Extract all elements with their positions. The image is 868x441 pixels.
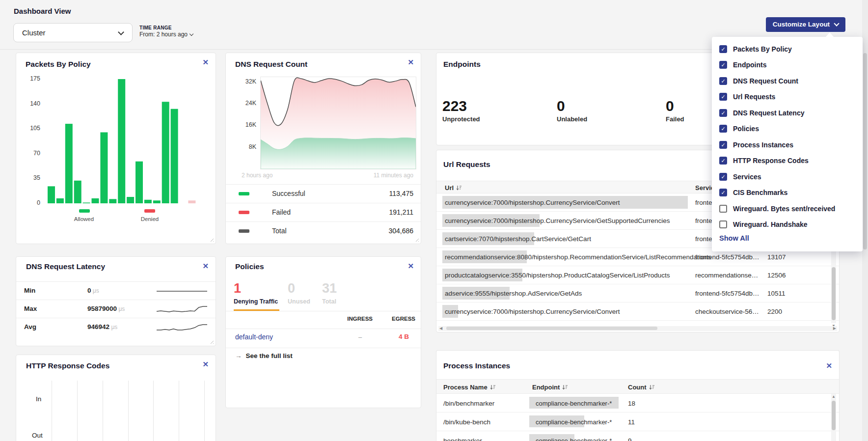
count-text: 10511: [767, 290, 786, 297]
url-text: productcatalogservice:3550/hipstershop.P…: [445, 272, 670, 279]
menu-item-policies[interactable]: ✓Policies: [719, 124, 759, 135]
sort-icon[interactable]: [649, 385, 654, 390]
stat-value: 0: [666, 99, 684, 113]
checkbox-checked-icon[interactable]: ✓: [719, 173, 727, 181]
close-icon[interactable]: ✕: [202, 360, 209, 369]
grid-line: [153, 381, 154, 441]
time-range-selector[interactable]: From: 2 hours ago: [139, 31, 193, 38]
y-tick-label: 32K: [226, 78, 256, 85]
policies-tab-unused[interactable]: 0Unused: [288, 281, 310, 305]
checkbox-checked-icon[interactable]: ✓: [719, 125, 727, 133]
bar-allowed: [56, 198, 64, 203]
checkbox-checked-icon[interactable]: ✓: [719, 93, 727, 101]
card-title: DNS Request Count: [235, 60, 307, 69]
scroll-right-arrow-icon[interactable]: ▶: [833, 327, 836, 331]
count-text: 2200: [767, 308, 782, 315]
menu-item-label: DNS Request Count: [733, 77, 798, 85]
table-vertical-scrollbar[interactable]: ▲: [831, 394, 836, 441]
menu-item-label: HTTP Response Codes: [733, 157, 809, 165]
checkbox-checked-icon[interactable]: ✓: [719, 77, 727, 85]
column-header-url[interactable]: Url: [445, 184, 461, 192]
policy-link-default-deny[interactable]: default-deny: [235, 333, 273, 341]
menu-item-packets-by-policy[interactable]: ✓Packets By Policy: [719, 44, 792, 55]
legend-swatch-successful: [239, 192, 249, 195]
scroll-left-arrow-icon[interactable]: ◀: [439, 327, 442, 331]
card-title: Packets By Policy: [26, 60, 91, 69]
checkbox-checked-icon[interactable]: ✓: [719, 189, 727, 196]
checkbox-unchecked-icon[interactable]: [719, 205, 727, 213]
row-label-out: Out: [32, 432, 43, 439]
policy-ingress-value: –: [358, 333, 362, 341]
resize-handle[interactable]: [209, 339, 214, 344]
scrollbar-thumb[interactable]: [832, 401, 836, 430]
page-scrollbar[interactable]: [862, 0, 868, 441]
latency-value: 946942 μs: [87, 323, 117, 331]
scrollbar-thumb[interactable]: [446, 327, 657, 330]
menu-item-dns-request-latency[interactable]: ✓DNS Request Latency: [719, 108, 804, 119]
close-icon[interactable]: ✕: [826, 361, 832, 370]
view-selector[interactable]: Cluster: [13, 23, 133, 42]
latency-label: Avg: [24, 323, 36, 331]
scroll-up-arrow-icon[interactable]: ▲: [832, 395, 836, 399]
policy-egress-value: 4 B: [399, 333, 409, 340]
menu-item-endpoints[interactable]: ✓Endpoints: [719, 60, 766, 71]
customize-layout-button[interactable]: Customize Layout: [766, 17, 845, 32]
menu-item-process-instances[interactable]: ✓Process Instances: [719, 140, 793, 151]
card-title: Endpoints: [443, 60, 481, 69]
menu-item-label: Process Instances: [733, 141, 793, 149]
checkbox-checked-icon[interactable]: ✓: [719, 157, 727, 165]
see-full-list-link[interactable]: →See the full list: [235, 352, 293, 359]
close-icon[interactable]: ✕: [407, 58, 414, 67]
checkbox-checked-icon[interactable]: ✓: [719, 109, 727, 117]
sort-icon[interactable]: [490, 385, 495, 390]
latency-value: 0 μs: [87, 287, 99, 294]
latency-label: Min: [24, 287, 35, 294]
process-name-cell: benchmarker: [443, 437, 482, 441]
sort-icon[interactable]: [456, 185, 461, 191]
column-header-count[interactable]: Count: [628, 384, 654, 391]
close-icon[interactable]: ✕: [407, 262, 414, 271]
page-scrollbar-thumb[interactable]: [863, 53, 867, 249]
column-header-endpoint[interactable]: Endpoint: [532, 384, 568, 391]
legend-label: Total: [272, 227, 287, 235]
column-header-process-name[interactable]: Process Name: [443, 384, 495, 391]
grid-line: [77, 381, 78, 441]
menu-item-url-requests[interactable]: ✓Url Requests: [719, 92, 775, 103]
menu-item-http-response-codes[interactable]: ✓HTTP Response Codes: [719, 156, 809, 167]
arrow-right-icon: →: [235, 352, 242, 359]
menu-item-services[interactable]: ✓Services: [719, 172, 761, 183]
checkbox-checked-icon[interactable]: ✓: [719, 61, 727, 69]
process-table-row: /bin/kube-benchcompliance-benchmarker-*1…: [436, 413, 839, 431]
sort-icon[interactable]: [562, 385, 568, 390]
resize-handle[interactable]: [209, 237, 214, 242]
latency-row-max: Max95879000 μs: [16, 300, 216, 318]
show-all-link[interactable]: Show All: [719, 234, 749, 242]
menu-item-dns-request-count[interactable]: ✓DNS Request Count: [719, 76, 798, 87]
customize-layout-label: Customize Layout: [773, 21, 830, 28]
menu-item-wireguard-bytes-sent-received[interactable]: Wireguard. Bytes sent/received: [719, 204, 835, 215]
bar-allowed: [144, 200, 152, 203]
count-cell: 18: [628, 399, 635, 407]
checkbox-unchecked-icon[interactable]: [719, 220, 727, 228]
count-text: 13107: [767, 253, 786, 261]
menu-item-cis-benchmarks[interactable]: ✓CIS Benchmarks: [719, 188, 787, 199]
count-cell: 10511: [767, 290, 786, 297]
grid-line: [103, 381, 103, 441]
scrollbar-thumb[interactable]: [832, 267, 836, 320]
checkbox-checked-icon[interactable]: ✓: [719, 45, 727, 53]
service-cell: recommendationse…: [695, 272, 758, 279]
menu-item-wireguard-handshake[interactable]: Wireguard. Handshake: [719, 220, 808, 231]
process-instances-card: Process Instances ✕ Process Name Endpoin…: [436, 350, 840, 441]
table-horizontal-scrollbar[interactable]: ◀ ▶: [438, 326, 837, 331]
policies-tab-total[interactable]: 31Total: [322, 281, 337, 305]
close-icon[interactable]: ✕: [202, 58, 209, 67]
close-icon[interactable]: ✕: [202, 262, 209, 271]
policies-tab-denying-traffic[interactable]: 1Denying Traffic: [234, 281, 278, 305]
checkbox-checked-icon[interactable]: ✓: [719, 141, 727, 149]
menu-item-label: Policies: [733, 125, 759, 133]
service-cell: fronte: [695, 235, 712, 243]
y-tick-label: 24K: [226, 100, 256, 107]
legend-row-failed: Failed191,211: [226, 203, 421, 221]
packets-bar-chart: [45, 78, 212, 204]
chevron-down-icon: [834, 21, 839, 26]
